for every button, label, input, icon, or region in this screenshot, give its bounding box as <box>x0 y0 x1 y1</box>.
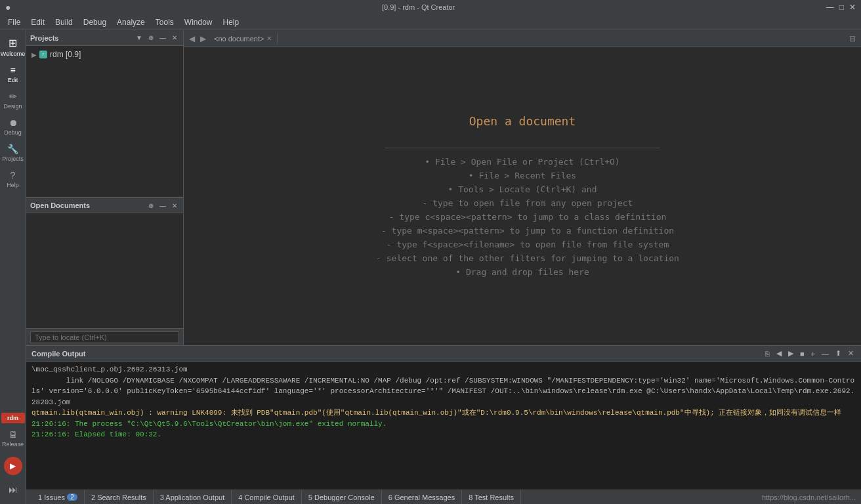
run-button[interactable]: ▶ <box>4 454 22 478</box>
test-results-label: 8 Test Results <box>469 494 514 501</box>
menu-file[interactable]: File <box>3 16 26 28</box>
close-panel-button[interactable]: ✕ <box>170 33 179 42</box>
sidebar-item-release[interactable]: 🖥 Release <box>0 425 26 452</box>
status-tab-issues[interactable]: 1 Issues 2 <box>32 490 85 504</box>
status-url-text: https://blog.csdn.net/sailorh... <box>762 494 856 501</box>
output-copy-button[interactable]: ⎘ <box>763 349 772 358</box>
sync-button[interactable]: ⊕ <box>146 33 156 42</box>
output-close-button[interactable]: ✕ <box>846 348 856 358</box>
status-tab-app-output[interactable]: 3 Application Output <box>154 490 232 504</box>
compile-output-content[interactable]: \moc_qsshclient_p.obj.2692.26313.jom lin… <box>26 362 861 490</box>
sidebar-item-projects[interactable]: 🔧 Projects <box>0 140 26 166</box>
tab-nav-right[interactable]: ▶ <box>198 34 209 43</box>
monitor-icon: 🖥 <box>9 429 18 440</box>
search-input[interactable] <box>30 331 179 343</box>
tree-item-rdm[interactable]: ▶ r rdm [0.9] <box>26 49 183 60</box>
debug-icon: ⏺ <box>9 117 18 128</box>
prompt-line-5: - type c<space><pattern> to jump to a cl… <box>379 212 667 222</box>
left-sidebar: ⊞ Welcome ≡ Edit ✏ Design ⏺ Debug 🔧 Proj… <box>0 30 26 504</box>
status-tab-search[interactable]: 2 Search Results <box>85 490 154 504</box>
sidebar-item-welcome[interactable]: ⊞ Welcome <box>0 33 26 61</box>
general-messages-label: 6 General Messages <box>388 494 455 501</box>
menu-tools[interactable]: Tools <box>150 16 179 28</box>
sidebar-item-help-label: Help <box>7 182 19 188</box>
sidebar-item-edit[interactable]: ≡ Edit <box>0 61 26 87</box>
sidebar-item-step[interactable]: ⏭ <box>0 480 26 500</box>
status-tab-compile[interactable]: 4 Compile Output <box>232 490 302 504</box>
tab-close-button[interactable]: ✕ <box>266 35 272 42</box>
menu-edit[interactable]: Edit <box>26 16 50 28</box>
minimize-panel-button[interactable]: — <box>158 33 168 42</box>
status-tab-test[interactable]: 8 Test Results <box>462 490 521 504</box>
menu-debug[interactable]: Debug <box>78 16 112 28</box>
status-tab-general[interactable]: 6 General Messages <box>382 490 463 504</box>
open-docs-minimize-button[interactable]: — <box>158 201 168 210</box>
output-add-button[interactable]: + <box>809 349 817 358</box>
compile-output-header: Compile Output ⎘ ◀ ▶ ■ + — ⬆ ✕ <box>26 346 861 362</box>
rdm-label[interactable]: rdm <box>1 413 25 423</box>
no-document-tab[interactable]: <no document> ✕ <box>209 33 278 44</box>
edit-icon: ≡ <box>10 65 15 75</box>
tree-arrow-icon: ▶ <box>32 51 37 58</box>
editor-tab-bar: ◀ ▶ <no document> ✕ ⊟ <box>184 30 861 47</box>
sidebar-item-design-label: Design <box>3 103 22 110</box>
open-documents-panel: Open Documents ⊕ — ✕ <box>26 197 183 328</box>
projects-tree: ▶ r rdm [0.9] <box>26 46 183 197</box>
left-panels: Projects ▼ ⊕ — ✕ ▶ r rdm [0.9] <box>26 30 184 345</box>
content-area: Projects ▼ ⊕ — ✕ ▶ r rdm [0.9] <box>26 30 861 504</box>
prompt-title: Open a document <box>469 114 576 128</box>
sidebar-item-edit-label: Edit <box>8 77 18 83</box>
titlebar: ● [0.9] - rdm - Qt Creator — □ ✕ <box>0 0 861 14</box>
open-docs-close-button[interactable]: ✕ <box>170 201 179 210</box>
output-stop-button[interactable]: ■ <box>798 349 807 358</box>
statusbar: 1 Issues 2 2 Search Results 3 Applicatio… <box>26 490 861 504</box>
open-docs-content <box>26 213 183 328</box>
prompt-line-3: • Tools > Locate (Ctrl+K) and <box>448 184 597 194</box>
open-doc-prompt: Open a document • File > Open File or Pr… <box>366 114 679 279</box>
menu-help[interactable]: Help <box>218 16 245 28</box>
minimize-button[interactable]: — <box>826 3 834 12</box>
output-prev-button[interactable]: ◀ <box>774 348 784 358</box>
output-toolbar: ⎘ ◀ ▶ ■ + — ⬆ ✕ <box>763 348 856 358</box>
filter-button[interactable]: ▼ <box>134 33 144 42</box>
sidebar-item-debug[interactable]: ⏺ Debug <box>0 114 26 140</box>
output-line-4: 21:26:16: The process "C:\Qt\Qt5.9.6\Too… <box>32 419 856 430</box>
menu-window[interactable]: Window <box>179 16 218 28</box>
no-document-tab-label: <no document> <box>214 35 264 43</box>
prompt-line-4: - type to open file from any open projec… <box>412 198 633 208</box>
prompt-line-2: • File > Recent Files <box>469 171 576 180</box>
titlebar-icon: ● <box>5 2 10 12</box>
titlebar-title: [0.9] - rdm - Qt Creator <box>10 3 826 11</box>
output-line-3: qtmain.lib(qtmain_win.obj) : warning LNK… <box>32 408 856 419</box>
menu-build[interactable]: Build <box>50 16 78 28</box>
project-icon: r <box>39 51 47 58</box>
bottom-area: Compile Output ⎘ ◀ ▶ ■ + — ⬆ ✕ \moc_qssh… <box>26 345 861 490</box>
output-maximize-button[interactable]: ⬆ <box>833 348 843 358</box>
projects-panel-header: Projects ▼ ⊕ — ✕ <box>26 30 183 46</box>
upper-area: Projects ▼ ⊕ — ✕ ▶ r rdm [0.9] <box>26 30 861 345</box>
output-next-button[interactable]: ▶ <box>786 348 795 358</box>
close-button[interactable]: ✕ <box>849 3 856 12</box>
status-tab-debugger[interactable]: 5 Debugger Console <box>302 490 382 504</box>
status-url: https://blog.csdn.net/sailorh... <box>762 494 856 501</box>
open-docs-header: Open Documents ⊕ — ✕ <box>26 198 183 213</box>
maximize-button[interactable]: □ <box>839 3 844 12</box>
release-label: Release <box>2 441 24 448</box>
output-line-2: link /NOLOGO /DYNAMICBASE /NXCOMPAT /LAR… <box>32 375 856 408</box>
output-minus-button[interactable]: — <box>820 349 831 358</box>
menu-analyze[interactable]: Analyze <box>112 16 150 28</box>
sidebar-item-help[interactable]: ? Help <box>0 166 26 192</box>
titlebar-controls: — □ ✕ <box>826 3 856 12</box>
open-docs-toolbar: ⊕ — ✕ <box>146 201 179 210</box>
app-output-label: 3 Application Output <box>160 494 224 501</box>
tab-expand-button[interactable]: ⊟ <box>847 34 858 43</box>
tab-nav-left[interactable]: ◀ <box>186 34 198 43</box>
open-docs-split-button[interactable]: ⊕ <box>146 201 156 210</box>
sidebar-item-design[interactable]: ✏ Design <box>0 87 26 114</box>
compile-output-label: 4 Compile Output <box>238 494 295 501</box>
prompt-line-7: - type f<space><filename> to open file f… <box>376 240 669 249</box>
step-icon: ⏭ <box>9 484 18 495</box>
welcome-icon: ⊞ <box>9 37 17 49</box>
compile-output-title: Compile Output <box>32 350 86 358</box>
projects-toolbar: ▼ ⊕ — ✕ <box>134 33 179 42</box>
